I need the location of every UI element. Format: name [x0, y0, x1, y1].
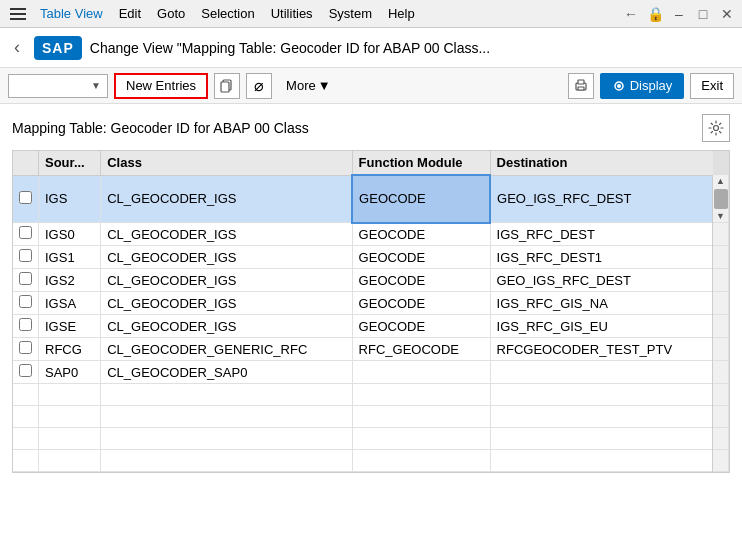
cell-function	[352, 361, 490, 384]
cell-source: RFCG	[39, 338, 101, 361]
cell-source: IGSA	[39, 292, 101, 315]
content-area: Mapping Table: Geocoder ID for ABAP 00 C…	[0, 104, 742, 483]
cell-destination: GEO_IGS_RFC_DEST	[490, 175, 712, 223]
table-row-empty	[13, 406, 729, 428]
cell-class: CL_GEOCODER_IGS	[101, 223, 352, 246]
maximize-btn[interactable]: □	[692, 3, 714, 25]
cell-source: IGSE	[39, 315, 101, 338]
cell-source: IGS1	[39, 246, 101, 269]
chevron-down-icon: ▼	[318, 78, 331, 93]
forward-btn[interactable]: 🔒	[644, 3, 666, 25]
menu-utilities[interactable]: Utilities	[263, 2, 321, 25]
cell-destination: IGS_RFC_DEST1	[490, 246, 712, 269]
table-row-empty	[13, 428, 729, 450]
table-header-row: Sour... Class Function Module Destinatio…	[13, 151, 729, 175]
cell-class: CL_GEOCODER_IGS	[101, 175, 352, 223]
back-nav-btn[interactable]: ‹	[8, 35, 26, 60]
col-source: Sour...	[39, 151, 101, 175]
print-icon-btn[interactable]	[568, 73, 594, 99]
row-checkbox[interactable]	[19, 249, 32, 262]
data-table: Sour... Class Function Module Destinatio…	[12, 150, 730, 473]
cell-source: SAP0	[39, 361, 101, 384]
row-checkbox[interactable]	[19, 191, 32, 204]
menu-tableview[interactable]: Table View	[32, 2, 111, 25]
svg-rect-4	[578, 87, 584, 90]
cell-function: GEOCODE	[352, 246, 490, 269]
cell-function: GEOCODE	[352, 292, 490, 315]
table-row[interactable]: IGS0CL_GEOCODER_IGSGEOCODEIGS_RFC_DEST	[13, 223, 729, 246]
cell-class: CL_GEOCODER_GENERIC_RFC	[101, 338, 352, 361]
display-button[interactable]: Display	[600, 73, 685, 99]
back-btn[interactable]: ←	[620, 3, 642, 25]
row-checkbox[interactable]	[19, 272, 32, 285]
table-row[interactable]: IGS2CL_GEOCODER_IGSGEOCODEGEO_IGS_RFC_DE…	[13, 269, 729, 292]
cell-destination: IGS_RFC_DEST	[490, 223, 712, 246]
table-row-empty	[13, 450, 729, 472]
minimize-btn[interactable]: –	[668, 3, 690, 25]
dropdown-selector[interactable]: ▼	[8, 74, 108, 98]
cell-function: GEOCODE	[352, 269, 490, 292]
row-checkbox[interactable]	[19, 295, 32, 308]
table-row[interactable]: IGSECL_GEOCODER_IGSGEOCODEIGS_RFC_GIS_EU	[13, 315, 729, 338]
cell-destination: GEO_IGS_RFC_DEST	[490, 269, 712, 292]
svg-rect-1	[221, 82, 229, 92]
cell-source: IGS0	[39, 223, 101, 246]
table-row[interactable]: RFCGCL_GEOCODER_GENERIC_RFCRFC_GEOCODERF…	[13, 338, 729, 361]
cell-function: GEOCODE	[352, 315, 490, 338]
row-checkbox[interactable]	[19, 226, 32, 239]
col-destination: Destination	[490, 151, 712, 175]
sap-logo: SAP	[34, 36, 82, 60]
cell-destination: IGS_RFC_GIS_NA	[490, 292, 712, 315]
cell-destination: RFCGEOCODER_TEST_PTV	[490, 338, 712, 361]
menu-edit[interactable]: Edit	[111, 2, 149, 25]
cell-class: CL_GEOCODER_IGS	[101, 269, 352, 292]
table-row[interactable]: IGSCL_GEOCODER_IGSGEOCODEGEO_IGS_RFC_DES…	[13, 175, 729, 223]
cell-function: GEOCODE	[352, 223, 490, 246]
table-row-empty	[13, 384, 729, 406]
close-btn[interactable]: ✕	[716, 3, 738, 25]
svg-point-6	[617, 84, 621, 88]
row-checkbox[interactable]	[19, 318, 32, 331]
menu-goto[interactable]: Goto	[149, 2, 193, 25]
settings-icon-btn[interactable]	[702, 114, 730, 142]
section-title: Mapping Table: Geocoder ID for ABAP 00 C…	[12, 120, 309, 136]
menu-system[interactable]: System	[321, 2, 380, 25]
more-button[interactable]: More ▼	[278, 76, 339, 95]
cell-source: IGS2	[39, 269, 101, 292]
minus-icon: ⌀	[254, 78, 264, 94]
window-controls: ← 🔒 – □ ✕	[620, 3, 738, 25]
row-checkbox[interactable]	[19, 364, 32, 377]
new-entries-button[interactable]: New Entries	[114, 73, 208, 99]
svg-point-7	[714, 126, 719, 131]
window-title: Change View "Mapping Table: Geocoder ID …	[90, 40, 490, 56]
cell-class: CL_GEOCODER_IGS	[101, 246, 352, 269]
col-function: Function Module	[352, 151, 490, 175]
col-class: Class	[101, 151, 352, 175]
table-row[interactable]: IGSACL_GEOCODER_IGSGEOCODEIGS_RFC_GIS_NA	[13, 292, 729, 315]
hamburger-menu[interactable]	[4, 4, 32, 24]
cell-function: GEOCODE	[352, 175, 490, 223]
section-header: Mapping Table: Geocoder ID for ABAP 00 C…	[12, 114, 730, 142]
col-checkbox	[13, 151, 39, 175]
cell-class: CL_GEOCODER_IGS	[101, 292, 352, 315]
cell-class: CL_GEOCODER_IGS	[101, 315, 352, 338]
copy-icon-btn[interactable]	[214, 73, 240, 99]
table-row[interactable]: IGS1CL_GEOCODER_IGSGEOCODEIGS_RFC_DEST1	[13, 246, 729, 269]
cell-destination: IGS_RFC_GIS_EU	[490, 315, 712, 338]
toolbar: ▼ New Entries ⌀ More ▼ Display Exit	[0, 68, 742, 104]
menu-bar: Table View Edit Goto Selection Utilities…	[0, 0, 742, 28]
svg-rect-3	[578, 80, 584, 84]
table-row[interactable]: SAP0CL_GEOCODER_SAP0	[13, 361, 729, 384]
row-checkbox[interactable]	[19, 341, 32, 354]
exit-button[interactable]: Exit	[690, 73, 734, 99]
cell-source: IGS	[39, 175, 101, 223]
delete-icon-btn[interactable]: ⌀	[246, 73, 272, 99]
chevron-down-icon: ▼	[91, 80, 101, 91]
menu-selection[interactable]: Selection	[193, 2, 262, 25]
cell-destination	[490, 361, 712, 384]
menu-help[interactable]: Help	[380, 2, 423, 25]
toolbar-right: Display Exit	[568, 73, 734, 99]
cell-function: RFC_GEOCODE	[352, 338, 490, 361]
title-bar: ‹ SAP Change View "Mapping Table: Geocod…	[0, 28, 742, 68]
cell-class: CL_GEOCODER_SAP0	[101, 361, 352, 384]
